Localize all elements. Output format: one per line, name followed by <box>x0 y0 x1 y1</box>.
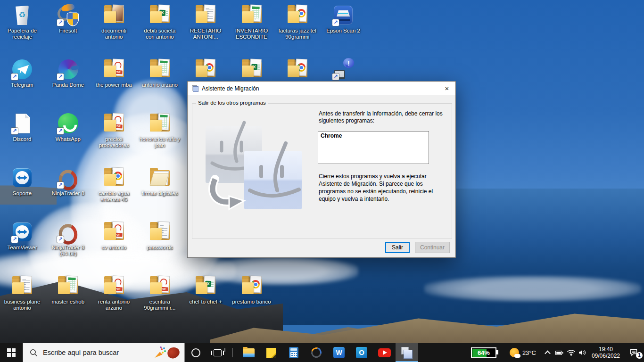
exit-button[interactable]: Salir <box>385 242 410 253</box>
migration-assistant-icon <box>191 85 199 92</box>
desktop-icon-debiti-societa-con-antonio[interactable]: debiti societa con antonio <box>139 4 181 40</box>
desktop-icon-label: Panda Dome <box>47 82 89 88</box>
search-box[interactable] <box>23 343 185 362</box>
taskbar-firesoft-button[interactable] <box>305 343 328 362</box>
desktop-icon-chef-to-chef[interactable]: chef to chef + <box>185 275 226 305</box>
taskbar: 64% 23°C 19:40 09/06/2022 <box>0 343 644 362</box>
desktop-icon-ninjatrader-8[interactable]: NinjaTrader 8 <box>47 166 89 197</box>
desktop-icon-panda-dome[interactable]: Panda Dome <box>47 58 89 88</box>
screen: Papelera de reciclajeFiresoftdocumenti a… <box>0 0 644 362</box>
cv-antonio-icon <box>103 221 125 243</box>
desktop-icon-label: precios proovedores <box>93 136 135 148</box>
desktop-icon-folder-excel-hidden[interactable] <box>231 58 272 82</box>
desktop-icon-label: documenti antonio <box>93 28 135 40</box>
desktop-icon-soporte[interactable]: Soporte <box>1 166 43 197</box>
taskbar-outlook-button[interactable] <box>350 343 373 362</box>
taskbar-migration-assistant-button[interactable] <box>396 343 418 362</box>
desktop-icon-prestamo-banco[interactable]: prestamo banco <box>231 275 272 305</box>
search-highlight-doodle-icon[interactable] <box>166 346 181 360</box>
volume-tray-button[interactable] <box>577 343 589 362</box>
desktop-icon-firesoft[interactable]: Firesoft <box>47 4 89 34</box>
taskbar-word-button[interactable] <box>328 343 350 362</box>
desktop-icon-label: antonio arzano <box>139 82 181 88</box>
desktop-icon-master-eshob[interactable]: master eshob <box>47 275 89 305</box>
battery-tray-button[interactable] <box>553 343 565 362</box>
desktop-icon-telegram[interactable]: Telegram <box>1 58 43 88</box>
desktop-icon-migration-alert[interactable] <box>322 58 364 82</box>
desktop-icon-whatsapp[interactable]: WhatsApp <box>47 112 89 142</box>
desktop-icon-label: cv antonio <box>93 245 135 251</box>
desktop-icon-antonio-arzano[interactable]: antonio arzano <box>139 58 181 88</box>
search-highlight-confetti-icon[interactable] <box>154 347 165 358</box>
continue-button[interactable]: Continuar <box>415 242 450 253</box>
desktop-icon-teamviewer[interactable]: TeamViewer <box>1 221 43 251</box>
desktop-icon-ninjatrader-8-64-bit[interactable]: NinjaTrader 8 (64-bit) <box>47 221 89 257</box>
battery-percentage-widget[interactable]: 64% <box>471 347 496 358</box>
folder-chrome-hidden-1-icon <box>194 58 217 81</box>
shortcut-arrow-icon <box>11 128 18 134</box>
desktop-icon-escritura-90grammi[interactable]: escritura 90grammi r... <box>139 275 181 311</box>
network-tray-button[interactable] <box>565 343 577 362</box>
desktop-icon-cv-antonio[interactable]: cv antonio <box>93 221 135 251</box>
start-button[interactable] <box>0 343 23 362</box>
cortana-button[interactable] <box>185 343 206 362</box>
cambio-agua-entenza-45-icon <box>103 166 125 189</box>
exit-programs-groupbox: Salir de los otros programas <box>192 103 452 239</box>
recetario-antonio-icon <box>194 4 217 26</box>
close-button[interactable]: × <box>438 82 455 95</box>
sticky-notes-icon <box>266 348 276 358</box>
desktop-icon-label: INVENTARIO ESCONDITE <box>231 28 272 40</box>
desktop-icon-business-plane-antonio[interactable]: business plane antonio <box>1 275 43 311</box>
desktop-icon-epson-scan-2[interactable]: Epson Scan 2 <box>322 4 364 34</box>
desktop-icon-discord[interactable]: Discord <box>1 112 43 142</box>
programs-listbox[interactable]: Chrome <box>318 131 429 164</box>
firesoft-icon <box>311 347 322 358</box>
notification-badge: 1 <box>636 352 643 359</box>
clock[interactable]: 19:40 09/06/2022 <box>592 346 620 360</box>
desktop-icon-recycle-bin[interactable]: Papelera de reciclaje <box>1 4 43 40</box>
desktop-icon-label: Telegram <box>1 82 43 88</box>
desktop-icon-the-power-mba[interactable]: the power mba <box>93 58 135 88</box>
desktop-icon-precios-proovedores[interactable]: precios proovedores <box>93 112 135 148</box>
desktop-icon-label: TeamViewer <box>1 245 43 251</box>
note-text: Cierre estos programas y vuelva a ejecut… <box>319 173 446 203</box>
youtube-icon <box>378 348 391 357</box>
taskbar-calculator-button[interactable] <box>282 343 305 362</box>
soporte-icon <box>11 166 33 189</box>
epson-scan-2-icon <box>332 4 355 26</box>
desktop-icon-facturas-jazz-tel-90grammi[interactable]: facturas jazz tel 90grammi <box>277 4 318 40</box>
action-center-button[interactable]: 1 <box>624 343 644 362</box>
desktop-icon-label: chef to chef + <box>185 299 226 305</box>
desktop-icon-label: facturas jazz tel 90grammi <box>277 28 318 40</box>
discord-icon <box>11 112 33 135</box>
desktop-icon-cambio-agua-entenza-45[interactable]: cambio agua entenza 45 <box>93 166 135 203</box>
taskbar-sticky-notes-button[interactable] <box>260 343 282 362</box>
desktop-icon-recetario-antonio[interactable]: RECETARIO ANTONI... <box>185 4 226 40</box>
honorarios-rafa-y-joan-icon <box>149 112 171 135</box>
desktop-icon-label: cambio agua entenza 45 <box>93 190 135 203</box>
search-input[interactable] <box>43 349 154 356</box>
desktop-icon-folder-chrome-hidden-2[interactable] <box>277 58 318 82</box>
desktop-icon-label: firmas digitales <box>139 190 181 197</box>
task-view-button[interactable] <box>206 343 228 362</box>
word-icon <box>333 347 345 358</box>
desktop-icon-label: RECETARIO ANTONI... <box>185 28 226 40</box>
desktop-icon-firmas-digitales[interactable]: firmas digitales <box>139 166 181 197</box>
desktop-icon-honorarios-rafa-y-joan[interactable]: honorarios rafa y joan <box>139 112 181 148</box>
desktop-icon-documenti-antonio[interactable]: documenti antonio <box>93 4 135 40</box>
file-explorer-icon <box>243 348 255 357</box>
taskbar-file-explorer-button[interactable] <box>237 343 260 362</box>
tray-expand-button[interactable] <box>542 343 553 362</box>
taskbar-youtube-button[interactable] <box>373 343 396 362</box>
program-item[interactable]: Chrome <box>321 132 342 139</box>
desktop-icon-passwords[interactable]: passwords <box>139 221 181 251</box>
desktop-icon-renta-antonio-arzano[interactable]: renta antonio arzano <box>93 275 135 311</box>
documenti-antonio-icon <box>103 4 125 26</box>
dialog-titlebar[interactable]: Asistente de Migración × <box>188 82 455 95</box>
search-icon <box>30 349 38 357</box>
desktop-icon-inventario-escondite[interactable]: INVENTARIO ESCONDITE <box>231 4 272 40</box>
shortcut-arrow-icon <box>57 74 64 80</box>
shortcut-arrow-icon <box>57 128 64 134</box>
desktop-icon-folder-chrome-hidden-1[interactable] <box>185 58 226 82</box>
weather-widget[interactable]: 23°C <box>510 348 536 357</box>
